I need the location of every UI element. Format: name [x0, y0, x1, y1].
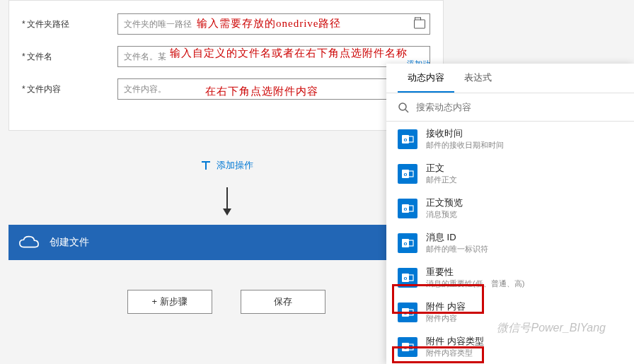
tab-expression-label: 表达式 — [464, 71, 492, 84]
field-filecontent: 文件内容 文件内容。 — [22, 78, 430, 100]
create-file-title: 创建文件 — [50, 236, 89, 249]
search-row — [386, 93, 634, 122]
create-file-header: 创建文件 — [8, 225, 444, 260]
folder-path-placeholder: 文件夹的唯一路径 — [124, 18, 192, 30]
svg-point-0 — [399, 103, 406, 110]
dynamic-item-subtitle: 邮件正文 — [426, 175, 623, 185]
svg-text:o: o — [404, 171, 408, 177]
dynamic-item-subtitle: 附件内容 — [426, 313, 623, 324]
filename-placeholder: 文件名。某 — [124, 51, 166, 63]
dynamic-item-subtitle: 消息的重要性(低、普通、高) — [426, 278, 623, 289]
dynamic-item[interactable]: o重要性消息的重要性(低、普通、高) — [386, 260, 634, 295]
panel-tabs: 动态内容 表达式 — [386, 64, 634, 93]
outlook-icon: o — [398, 199, 417, 218]
folder-path-label: 文件夹路径 — [22, 18, 117, 30]
flow-arrow-icon — [226, 187, 228, 214]
dynamic-item-title: 接收时间 — [426, 127, 623, 140]
onedrive-icon — [18, 235, 40, 250]
svg-text:o: o — [404, 136, 408, 143]
outlook-icon: o — [398, 337, 417, 357]
svg-text:o: o — [404, 344, 408, 351]
folder-path-input[interactable]: 文件夹的唯一路径 — [117, 13, 430, 35]
action-config-card: 文件夹路径 文件夹的唯一路径 文件名 文件名。某 文件内容 文件内容。 添加动 — [8, 0, 444, 131]
search-input[interactable] — [416, 102, 623, 112]
svg-line-1 — [405, 110, 408, 112]
svg-text:o: o — [404, 310, 408, 316]
bottom-button-row: + 新步骤 保存 — [8, 290, 444, 314]
dynamic-item-text: 重要性消息的重要性(低、普通、高) — [426, 266, 623, 289]
outlook-icon: o — [398, 268, 417, 288]
outlook-icon: o — [398, 233, 417, 253]
dynamic-item[interactable]: o接收时间邮件的接收日期和时间 — [386, 122, 634, 156]
svg-text:o: o — [404, 275, 408, 281]
outlook-icon: o — [398, 129, 417, 149]
dynamic-item-title: 附件 内容 — [426, 300, 623, 313]
dynamic-item-subtitle: 附件内容类型 — [426, 348, 623, 358]
outlook-icon: o — [398, 164, 417, 184]
dynamic-item[interactable]: o附件 内容类型附件内容类型 — [386, 329, 634, 364]
add-action-label: 添加操作 — [217, 160, 253, 170]
dynamic-item-title: 消息 ID — [426, 231, 623, 244]
dynamic-item-subtitle: 消息预览 — [426, 209, 623, 220]
tab-dynamic-content[interactable]: 动态内容 — [398, 64, 454, 93]
dynamic-item-subtitle: 邮件的接收日期和时间 — [426, 140, 623, 151]
new-step-button[interactable]: + 新步骤 — [127, 290, 212, 314]
dynamic-item-title: 正文 — [426, 162, 623, 175]
dynamic-item-text: 正文预览消息预览 — [426, 196, 623, 220]
svg-text:o: o — [404, 240, 408, 247]
outlook-icon: o — [398, 303, 417, 322]
add-action-button[interactable]: 添加操作 — [8, 159, 444, 172]
tab-dynamic-label: 动态内容 — [408, 71, 444, 84]
save-button[interactable]: 保存 — [241, 290, 325, 314]
dynamic-item[interactable]: o正文邮件正文 — [386, 156, 634, 191]
filename-input[interactable]: 文件名。某 — [117, 46, 430, 67]
filename-label: 文件名 — [22, 51, 117, 63]
tab-expression[interactable]: 表达式 — [454, 64, 502, 93]
save-label: 保存 — [274, 295, 292, 308]
dynamic-item[interactable]: o消息 ID邮件的唯一标识符 — [386, 225, 634, 260]
filecontent-input[interactable]: 文件内容。 — [117, 78, 430, 100]
search-icon — [398, 102, 409, 113]
field-filename: 文件名 文件名。某 — [22, 46, 430, 67]
dynamic-item-text: 消息 ID邮件的唯一标识符 — [426, 231, 623, 254]
dynamic-item-text: 接收时间邮件的接收日期和时间 — [426, 127, 623, 151]
dynamic-content-panel: 动态内容 表达式 o接收时间邮件的接收日期和时间o正文邮件正文o正文预览消息预览… — [386, 64, 634, 364]
dynamic-item[interactable]: o附件 内容附件内容 — [386, 295, 634, 329]
svg-text:o: o — [404, 206, 408, 212]
dynamic-item-text: 附件 内容类型附件内容类型 — [426, 335, 623, 358]
dynamic-items-list: o接收时间邮件的接收日期和时间o正文邮件正文o正文预览消息预览o消息 ID邮件的… — [386, 122, 634, 364]
dynamic-item-text: 附件 内容附件内容 — [426, 300, 623, 324]
dynamic-item-title: 附件 内容类型 — [426, 335, 623, 348]
add-action-icon — [200, 161, 212, 171]
filecontent-label: 文件内容 — [22, 83, 117, 95]
dynamic-item-subtitle: 邮件的唯一标识符 — [426, 244, 623, 254]
dynamic-item-title: 重要性 — [426, 266, 623, 278]
dynamic-item[interactable]: o正文预览消息预览 — [386, 191, 634, 225]
field-folder-path: 文件夹路径 文件夹的唯一路径 — [22, 13, 430, 35]
dynamic-item-title: 正文预览 — [426, 196, 623, 209]
folder-picker-icon[interactable] — [414, 20, 425, 29]
create-file-card[interactable]: 创建文件 — [8, 225, 444, 260]
filecontent-placeholder: 文件内容。 — [124, 83, 166, 95]
new-step-label: + 新步骤 — [151, 295, 187, 308]
dynamic-item-text: 正文邮件正文 — [426, 162, 623, 185]
